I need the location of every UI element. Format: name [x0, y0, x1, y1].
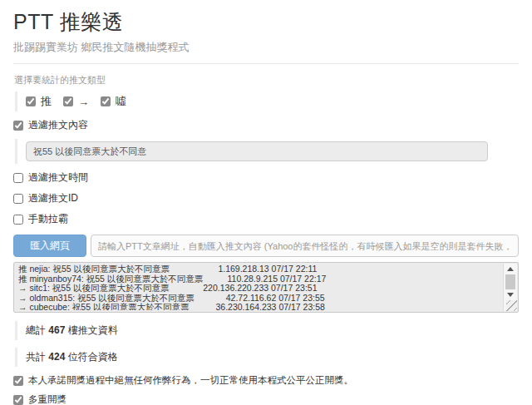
pledge-checkbox[interactable]	[13, 376, 23, 386]
manual-slot-checkbox[interactable]	[13, 215, 23, 225]
qualified-stat-prefix: 共計	[26, 351, 46, 363]
qualified-stat-suffix: 位符合資格	[68, 351, 118, 363]
resize-grip-icon[interactable]	[506, 300, 517, 311]
ptt-lottery-page: PTT 推樂透 批踢踢實業坊 鄉民推文隨機抽獎程式 選擇要統計的推文類型 推 →…	[0, 0, 532, 405]
multi-draw-label: 多重開獎	[28, 393, 66, 405]
id-filter-checkbox[interactable]	[13, 194, 23, 204]
push-type-option-push[interactable]: 推	[26, 94, 52, 109]
import-row: 匯入網頁	[13, 235, 519, 257]
push-type-option-label: 噓	[116, 94, 126, 109]
total-stat-prefix: 總計	[26, 324, 46, 336]
time-filter-checkbox[interactable]	[13, 173, 23, 183]
manual-slot-label: 手動拉霸	[28, 212, 68, 226]
time-filter-label: 過濾推文時間	[28, 170, 88, 185]
id-filter-row[interactable]: 過濾推文ID	[13, 191, 519, 205]
push-type-checkbox-arrow[interactable]	[63, 96, 73, 106]
qualified-stat-count: 424	[48, 351, 65, 363]
page-title: PTT 推樂透	[13, 8, 519, 36]
scroll-up-icon[interactable]	[507, 267, 514, 271]
push-type-checkbox-push[interactable]	[26, 96, 36, 106]
page-subtitle: 批踢踢實業坊 鄉民推文隨機抽獎程式	[13, 40, 519, 55]
import-webpage-button[interactable]: 匯入網頁	[13, 235, 86, 257]
content-filter-input[interactable]	[26, 141, 488, 161]
push-type-option-arrow[interactable]: →	[63, 96, 89, 108]
pledge-row[interactable]: 本人承諾開獎過程中絕無任何作弊行為，一切正常使用本程式公平公正開獎。	[13, 374, 519, 387]
multi-draw-checkbox[interactable]	[13, 395, 23, 405]
push-content-textarea[interactable]: 推 nejia: 祝55 以後同意票大於不同意票 1.169.218.13 07…	[13, 262, 519, 313]
total-push-stat: 總計 467 樓推文資料	[15, 321, 519, 340]
push-type-label: 選擇要統計的推文類型	[14, 74, 519, 86]
push-type-checkbox-boo[interactable]	[101, 96, 111, 106]
divider	[13, 63, 519, 64]
multi-draw-row[interactable]: 多重開獎	[13, 393, 519, 405]
time-filter-row[interactable]: 過濾推文時間	[13, 170, 519, 185]
id-filter-label: 過濾推文ID	[28, 191, 78, 205]
push-type-option-label: 推	[41, 94, 52, 109]
qualified-stat: 共計 424 位符合資格	[15, 348, 519, 367]
content-filter-row[interactable]: 過濾推文內容	[13, 118, 519, 132]
content-filter-input-group	[15, 139, 519, 164]
push-type-option-boo[interactable]: 噓	[101, 94, 126, 109]
article-url-input[interactable]	[91, 235, 519, 257]
push-content-lines: 推 nejia: 祝55 以後同意票大於不同意票 1.169.218.13 07…	[18, 264, 501, 310]
push-type-option-label: →	[78, 96, 89, 108]
content-filter-checkbox[interactable]	[13, 121, 23, 131]
content-filter-label: 過濾推文內容	[28, 118, 88, 132]
manual-slot-row[interactable]: 手動拉霸	[13, 212, 519, 226]
total-stat-suffix: 樓推文資料	[68, 324, 118, 336]
push-type-group: 推 → 噓	[15, 91, 519, 111]
pledge-label: 本人承諾開獎過程中絕無任何作弊行為，一切正常使用本程式公平公正開獎。	[28, 374, 353, 387]
scroll-down-icon[interactable]	[507, 293, 514, 297]
scrollbar-thumb[interactable]	[505, 274, 515, 289]
total-stat-count: 467	[48, 324, 65, 336]
